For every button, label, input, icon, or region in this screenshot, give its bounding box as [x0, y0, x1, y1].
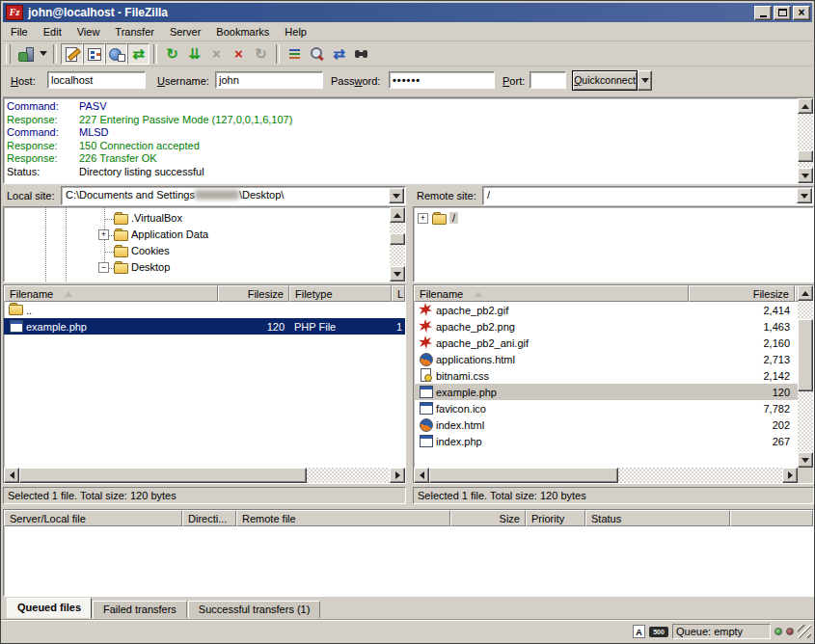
- scrollbar-thumb[interactable]: [390, 233, 405, 245]
- scrollbar-track[interactable]: [19, 468, 390, 483]
- local-tree-scrollbar[interactable]: [390, 207, 405, 282]
- password-input[interactable]: [389, 71, 495, 89]
- column-header-Status[interactable]: Status: [585, 510, 730, 526]
- directory-comparison-button[interactable]: [306, 43, 328, 65]
- column-header-filler[interactable]: [730, 510, 813, 526]
- toolbar-grip[interactable]: [6, 44, 11, 64]
- file-row[interactable]: example.php120: [414, 384, 798, 400]
- menu-transfer[interactable]: Transfer: [107, 26, 162, 38]
- local-site-combo[interactable]: C:\Documents and Settings\Desktop\: [61, 186, 406, 205]
- tree-item[interactable]: .VirtualBox: [4, 211, 390, 227]
- scrollbar-track[interactable]: [798, 301, 813, 452]
- disconnect-button[interactable]: ×: [228, 43, 250, 65]
- scroll-up-button[interactable]: [798, 98, 813, 114]
- minimize-button[interactable]: [754, 6, 772, 20]
- remote-list-hscrollbar[interactable]: [414, 468, 798, 483]
- file-row[interactable]: index.html202: [414, 416, 798, 433]
- local-list-hscrollbar[interactable]: [4, 468, 405, 483]
- resize-grip[interactable]: [798, 625, 811, 638]
- site-manager-dropdown-button[interactable]: [37, 43, 49, 65]
- scroll-right-button[interactable]: [390, 468, 405, 483]
- toggle-queue-button[interactable]: ⇄: [127, 43, 149, 65]
- tree-item[interactable]: Cookies: [4, 244, 390, 259]
- column-header-Priority[interactable]: Priority: [526, 510, 585, 526]
- column-header-Size[interactable]: Size: [450, 510, 526, 526]
- menu-help[interactable]: Help: [277, 26, 314, 38]
- menu-view[interactable]: View: [69, 26, 108, 38]
- column-header-Server/Local file[interactable]: Server/Local file: [4, 510, 182, 526]
- scrollbar-track[interactable]: [429, 468, 782, 483]
- remote-list-vscrollbar[interactable]: [798, 285, 813, 468]
- log-scrollbar[interactable]: [798, 98, 813, 183]
- column-header-Filetype[interactable]: Filetype: [289, 285, 392, 302]
- remote-site-combo[interactable]: /: [482, 186, 814, 205]
- column-header-Directi...[interactable]: Directi...: [182, 510, 236, 526]
- toggle-remote-tree-button[interactable]: [105, 43, 127, 65]
- scroll-up-button[interactable]: [390, 207, 405, 223]
- column-header-L[interactable]: L: [392, 285, 405, 302]
- file-row[interactable]: applications.html2,713: [414, 351, 798, 367]
- maximize-button[interactable]: [774, 6, 791, 20]
- menu-file[interactable]: File: [3, 26, 36, 38]
- scroll-right-button[interactable]: [782, 468, 798, 483]
- file-row[interactable]: ..: [4, 302, 405, 318]
- scroll-left-button[interactable]: [4, 468, 19, 483]
- close-button[interactable]: ×: [793, 6, 810, 20]
- synchronized-browsing-button[interactable]: ⇄: [328, 43, 350, 65]
- column-header-Remote file[interactable]: Remote file: [236, 510, 450, 526]
- site-manager-button[interactable]: [14, 43, 37, 65]
- file-row[interactable]: apache_pb2.gif2,414: [414, 302, 798, 318]
- tree-item[interactable]: +Application Data: [4, 228, 390, 243]
- transfer-type-icon[interactable]: A: [633, 625, 645, 638]
- scroll-up-button[interactable]: [798, 285, 813, 301]
- scrollbar-thumb[interactable]: [429, 468, 618, 483]
- username-input[interactable]: [215, 71, 323, 89]
- tab-queued-files[interactable]: Queued files: [7, 598, 92, 618]
- menu-server[interactable]: Server: [162, 26, 208, 38]
- collapse-minus-icon[interactable]: −: [98, 262, 109, 273]
- file-row[interactable]: bitnami.css2,142: [414, 367, 798, 384]
- column-header-Filesize[interactable]: Filesize: [689, 285, 795, 302]
- file-row[interactable]: favicon.ico7,782: [414, 400, 798, 416]
- host-input[interactable]: [47, 71, 146, 89]
- speed-limit-icon[interactable]: 500: [649, 627, 668, 637]
- tree-item[interactable]: −Desktop: [4, 260, 390, 276]
- filter-button[interactable]: [284, 43, 306, 65]
- file-row[interactable]: apache_pb2_ani.gif2,160: [414, 335, 798, 351]
- local-site-dropdown[interactable]: [389, 188, 404, 203]
- process-queue-button[interactable]: ⇊: [183, 43, 205, 65]
- scroll-down-button[interactable]: [390, 266, 405, 282]
- scrollbar-track[interactable]: [798, 114, 813, 168]
- scroll-left-button[interactable]: [414, 468, 429, 483]
- menu-bookmarks[interactable]: Bookmarks: [208, 26, 277, 38]
- cancel-button[interactable]: ×: [205, 43, 228, 65]
- refresh-button[interactable]: ↻: [161, 43, 183, 65]
- port-input[interactable]: [530, 71, 566, 89]
- column-header-Filename[interactable]: Filename: [4, 285, 218, 302]
- tab-failed-transfers[interactable]: Failed transfers: [93, 601, 187, 618]
- toggle-message-log-button[interactable]: [61, 43, 83, 65]
- menu-edit[interactable]: Edit: [36, 26, 69, 38]
- scrollbar-thumb[interactable]: [19, 468, 307, 483]
- expand-plus-icon[interactable]: +: [98, 229, 109, 240]
- scrollbar-thumb[interactable]: [798, 150, 813, 162]
- titlebar[interactable]: Fz john@localhost - FileZilla ×: [3, 3, 812, 22]
- find-button[interactable]: [350, 43, 372, 65]
- file-row[interactable]: apache_pb2.png1,463: [414, 318, 798, 335]
- expand-plus-icon[interactable]: +: [418, 213, 428, 224]
- scrollbar-track[interactable]: [390, 223, 405, 266]
- remote-site-dropdown[interactable]: [797, 188, 812, 203]
- file-row[interactable]: index.php267: [414, 433, 798, 449]
- reconnect-button[interactable]: ↻: [250, 43, 272, 65]
- toggle-local-tree-button[interactable]: [83, 43, 105, 65]
- tab-successful-transfers-1-[interactable]: Successful transfers (1): [188, 601, 321, 618]
- quickconnect-dropdown[interactable]: [638, 70, 652, 91]
- column-header-Filesize[interactable]: Filesize: [218, 285, 289, 302]
- file-row[interactable]: example.php120PHP File1: [4, 318, 405, 335]
- column-header-Filename[interactable]: Filename: [414, 285, 689, 302]
- scroll-down-button[interactable]: [798, 168, 813, 183]
- scroll-down-button[interactable]: [798, 452, 813, 468]
- scrollbar-thumb[interactable]: [798, 319, 813, 391]
- tree-item[interactable]: +/: [414, 211, 798, 227]
- quickconnect-button[interactable]: Quickconnect: [572, 70, 638, 91]
